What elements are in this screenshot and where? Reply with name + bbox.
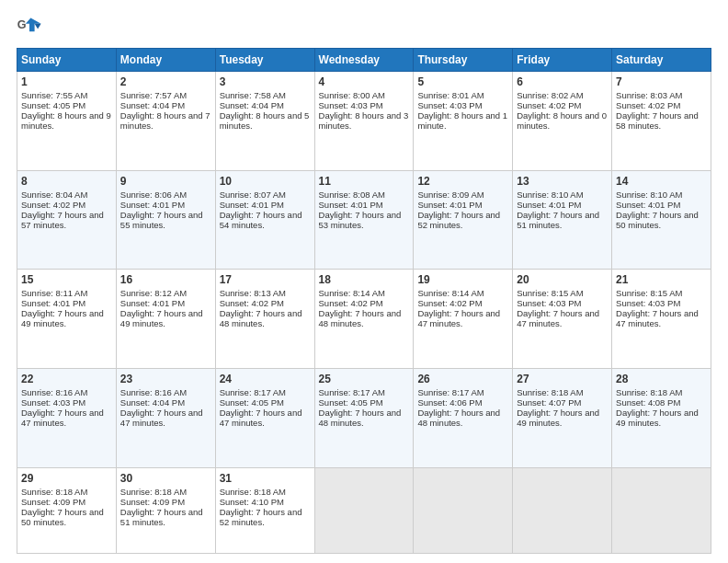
sunset: Sunset: 4:03 PM [417, 100, 482, 110]
calendar-cell: 8Sunrise: 8:04 AMSunset: 4:02 PMDaylight… [17, 170, 117, 270]
sunrise: Sunrise: 8:18 AM [21, 487, 87, 497]
sunset: Sunset: 4:04 PM [120, 397, 185, 408]
sunrise: Sunrise: 8:06 AM [120, 190, 187, 200]
sunset: Sunset: 4:07 PM [517, 397, 581, 408]
daylight: Daylight: 7 hours and 47 minutes. [417, 308, 500, 328]
sunrise: Sunrise: 8:08 AM [319, 190, 385, 200]
calendar-cell [513, 467, 612, 553]
day-number: 18 [319, 273, 410, 286]
calendar-cell: 1Sunrise: 7:55 AMSunset: 4:05 PMDaylight… [17, 72, 117, 171]
sunrise: Sunrise: 8:12 AM [120, 288, 187, 298]
sunset: Sunset: 4:01 PM [120, 298, 185, 308]
sunrise: Sunrise: 8:15 AM [517, 288, 583, 298]
sunrise: Sunrise: 8:14 AM [319, 288, 385, 298]
sunset: Sunset: 4:02 PM [417, 298, 482, 308]
sunrise: Sunrise: 8:00 AM [319, 90, 385, 100]
day-number: 22 [21, 373, 112, 385]
day-number: 5 [417, 75, 508, 88]
daylight: Daylight: 7 hours and 57 minutes. [21, 210, 104, 230]
day-number: 16 [120, 273, 211, 286]
calendar-cell: 11Sunrise: 8:08 AMSunset: 4:01 PMDayligh… [314, 170, 414, 270]
day-number: 11 [319, 175, 410, 188]
sunset: Sunset: 4:03 PM [21, 397, 85, 408]
calendar-cell: 4Sunrise: 8:00 AMSunset: 4:03 PMDaylight… [314, 72, 414, 171]
calendar-cell: 22Sunrise: 8:16 AMSunset: 4:03 PMDayligh… [17, 369, 117, 468]
calendar-cell [612, 467, 711, 553]
day-number: 28 [616, 373, 707, 385]
calendar-week-4: 22Sunrise: 8:16 AMSunset: 4:03 PMDayligh… [17, 369, 711, 468]
sunset: Sunset: 4:05 PM [21, 100, 85, 110]
day-number: 14 [616, 175, 707, 188]
header: G [17, 15, 711, 40]
daylight: Daylight: 7 hours and 48 minutes. [417, 408, 500, 428]
daylight: Daylight: 8 hours and 7 minutes. [120, 110, 210, 131]
calendar-cell: 27Sunrise: 8:18 AMSunset: 4:07 PMDayligh… [513, 369, 612, 468]
day-number: 29 [21, 472, 112, 485]
calendar-cell: 10Sunrise: 8:07 AMSunset: 4:01 PMDayligh… [215, 170, 314, 270]
day-number: 6 [517, 75, 608, 88]
day-number: 15 [21, 273, 112, 286]
calendar-week-1: 1Sunrise: 7:55 AMSunset: 4:05 PMDaylight… [17, 72, 711, 171]
calendar-cell: 19Sunrise: 8:14 AMSunset: 4:02 PMDayligh… [414, 270, 513, 369]
daylight: Daylight: 7 hours and 52 minutes. [220, 507, 302, 527]
sunset: Sunset: 4:02 PM [517, 100, 581, 110]
daylight: Daylight: 7 hours and 54 minutes. [220, 210, 302, 230]
sunset: Sunset: 4:05 PM [319, 397, 383, 408]
calendar-cell: 29Sunrise: 8:18 AMSunset: 4:09 PMDayligh… [17, 467, 117, 553]
daylight: Daylight: 7 hours and 48 minutes. [319, 308, 402, 328]
calendar-cell: 17Sunrise: 8:13 AMSunset: 4:02 PMDayligh… [215, 270, 314, 369]
sunset: Sunset: 4:10 PM [220, 497, 284, 507]
sunset: Sunset: 4:01 PM [21, 298, 85, 308]
daylight: Daylight: 7 hours and 58 minutes. [616, 110, 699, 131]
sunset: Sunset: 4:01 PM [616, 200, 680, 210]
page: G SundayMondayTuesdayWednesdayThursdayFr… [0, 0, 728, 563]
sunset: Sunset: 4:02 PM [319, 298, 383, 308]
calendar-cell: 14Sunrise: 8:10 AMSunset: 4:01 PMDayligh… [612, 170, 711, 270]
sunset: Sunset: 4:01 PM [120, 200, 185, 210]
day-number: 20 [517, 273, 608, 286]
sunset: Sunset: 4:05 PM [220, 397, 284, 408]
daylight: Daylight: 7 hours and 48 minutes. [220, 308, 302, 328]
sunset: Sunset: 4:04 PM [220, 100, 284, 110]
calendar-cell: 6Sunrise: 8:02 AMSunset: 4:02 PMDaylight… [513, 72, 612, 171]
daylight: Daylight: 8 hours and 9 minutes. [21, 110, 111, 131]
sunset: Sunset: 4:01 PM [417, 200, 482, 210]
calendar-cell: 9Sunrise: 8:06 AMSunset: 4:01 PMDaylight… [116, 170, 215, 270]
day-number: 8 [21, 175, 112, 188]
calendar-cell [414, 467, 513, 553]
daylight: Daylight: 8 hours and 3 minutes. [319, 110, 409, 131]
daylight: Daylight: 7 hours and 48 minutes. [319, 408, 402, 428]
sunset: Sunset: 4:01 PM [517, 200, 581, 210]
day-number: 9 [120, 175, 211, 188]
day-number: 31 [220, 472, 311, 485]
day-number: 26 [417, 373, 508, 385]
calendar-cell: 12Sunrise: 8:09 AMSunset: 4:01 PMDayligh… [414, 170, 513, 270]
day-number: 3 [220, 75, 311, 88]
day-number: 10 [220, 175, 311, 188]
sunset: Sunset: 4:02 PM [616, 100, 680, 110]
sunrise: Sunrise: 7:55 AM [21, 90, 87, 100]
sunset: Sunset: 4:04 PM [120, 100, 185, 110]
day-number: 7 [616, 75, 707, 88]
day-number: 23 [120, 373, 211, 385]
calendar-cell: 28Sunrise: 8:18 AMSunset: 4:08 PMDayligh… [612, 369, 711, 468]
sunrise: Sunrise: 8:18 AM [120, 487, 187, 497]
daylight: Daylight: 7 hours and 53 minutes. [319, 210, 402, 230]
day-number: 25 [319, 373, 410, 385]
sunrise: Sunrise: 8:04 AM [21, 190, 87, 200]
sunrise: Sunrise: 8:18 AM [220, 487, 286, 497]
calendar-table: SundayMondayTuesdayWednesdayThursdayFrid… [17, 48, 711, 554]
sunset: Sunset: 4:03 PM [517, 298, 581, 308]
calendar-week-2: 8Sunrise: 8:04 AMSunset: 4:02 PMDaylight… [17, 170, 711, 270]
sunset: Sunset: 4:01 PM [319, 200, 383, 210]
sunset: Sunset: 4:09 PM [120, 497, 185, 507]
sunrise: Sunrise: 8:09 AM [417, 190, 483, 200]
sunrise: Sunrise: 8:16 AM [120, 387, 187, 397]
calendar-cell: 13Sunrise: 8:10 AMSunset: 4:01 PMDayligh… [513, 170, 612, 270]
logo-icon: G [17, 15, 42, 40]
day-number: 27 [517, 373, 608, 385]
sunrise: Sunrise: 8:15 AM [616, 288, 682, 298]
sunrise: Sunrise: 8:17 AM [220, 387, 286, 397]
logo: G [17, 15, 46, 40]
sunrise: Sunrise: 8:02 AM [517, 90, 583, 100]
